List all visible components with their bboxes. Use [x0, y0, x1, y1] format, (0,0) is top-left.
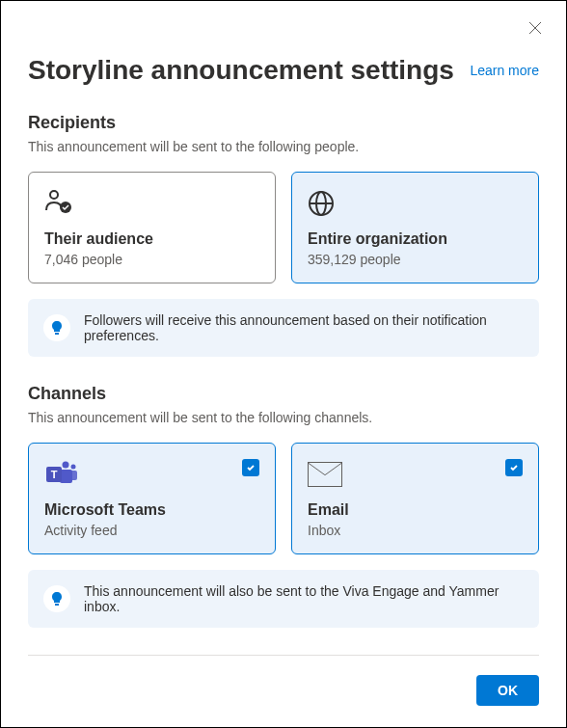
svg-rect-7 [55, 333, 59, 335]
check-icon [509, 463, 519, 472]
lightbulb-icon [43, 314, 70, 341]
card-title: Microsoft Teams [44, 501, 259, 519]
email-icon [308, 459, 523, 490]
recipients-heading: Recipients [28, 113, 539, 133]
channels-note: This announcement will also be sent to t… [84, 583, 524, 614]
svg-rect-14 [55, 604, 59, 606]
svg-point-2 [50, 191, 58, 199]
learn-more-link[interactable]: Learn more [470, 63, 539, 78]
card-title: Their audience [44, 230, 259, 248]
recipients-note: Followers will receive this announcement… [84, 312, 524, 343]
lightbulb-icon [43, 585, 70, 612]
channels-option-email[interactable]: Email Inbox [291, 443, 539, 554]
svg-rect-11 [70, 471, 77, 480]
audience-icon [44, 188, 259, 219]
card-subtitle: 7,046 people [44, 252, 259, 267]
svg-point-8 [63, 462, 69, 469]
card-subtitle: 359,129 people [308, 252, 523, 267]
card-subtitle: Activity feed [44, 523, 259, 538]
svg-point-9 [71, 465, 76, 470]
teams-checkbox[interactable] [242, 459, 259, 476]
globe-icon [308, 188, 523, 219]
recipients-option-entire-organization[interactable]: Entire organization 359,129 people [291, 172, 539, 283]
card-title: Email [308, 501, 523, 519]
recipients-description: This announcement will be sent to the fo… [28, 139, 539, 154]
card-title: Entire organization [308, 230, 523, 248]
close-icon [528, 21, 542, 35]
card-subtitle: Inbox [308, 523, 523, 538]
ok-button[interactable]: OK [476, 675, 539, 706]
channels-option-teams[interactable]: T Microsoft Teams Activity feed [28, 443, 276, 554]
channels-description: This announcement will be sent to the fo… [28, 410, 539, 425]
channels-info-box: This announcement will also be sent to t… [28, 570, 539, 628]
email-checkbox[interactable] [505, 459, 523, 476]
check-icon [246, 463, 256, 472]
teams-icon: T [44, 459, 259, 490]
close-button[interactable] [527, 20, 543, 36]
recipients-option-their-audience[interactable]: Their audience 7,046 people [28, 172, 276, 283]
svg-text:T: T [51, 469, 58, 480]
divider [28, 655, 539, 656]
channels-heading: Channels [28, 384, 539, 404]
dialog-title: Storyline announcement settings [28, 55, 454, 86]
recipients-info-box: Followers will receive this announcement… [28, 299, 539, 357]
